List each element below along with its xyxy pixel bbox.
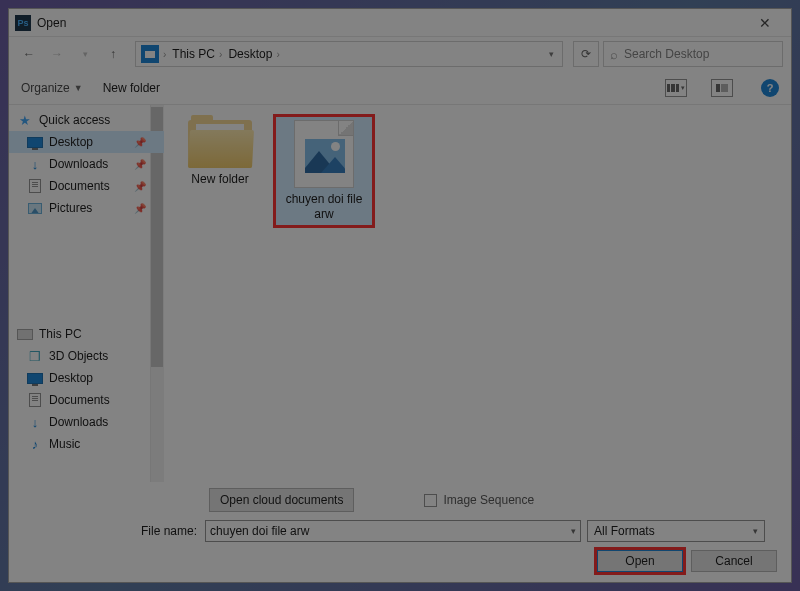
search-icon: ⌕ xyxy=(610,48,618,61)
breadcrumb-dropdown[interactable]: ▾ xyxy=(543,49,560,59)
sidebar-item-downloads2[interactable]: Downloads xyxy=(9,411,164,433)
crumb-thispc[interactable]: This PC xyxy=(169,47,218,61)
search-input[interactable] xyxy=(624,47,776,61)
open-dialog: Ps Open ✕ ← → ▾ ↑ › This PC › Desktop › … xyxy=(8,8,792,583)
image-file-icon xyxy=(294,120,354,188)
breadcrumb[interactable]: › This PC › Desktop › ▾ xyxy=(135,41,563,67)
titlebar: Ps Open ✕ xyxy=(9,9,791,37)
format-select[interactable]: All Formats ▾ xyxy=(587,520,765,542)
document-icon xyxy=(29,179,41,193)
sidebar-item-pictures[interactable]: Pictures📌 xyxy=(9,197,164,219)
image-sequence-checkbox[interactable]: Image Sequence xyxy=(424,493,534,507)
pictures-icon xyxy=(28,203,42,214)
star-icon: ★ xyxy=(17,112,33,128)
toolbar: Organize▼ New folder ? xyxy=(9,71,791,105)
file-label: New folder xyxy=(191,172,248,187)
preview-pane-button[interactable] xyxy=(711,79,733,97)
pc-icon xyxy=(141,45,159,63)
download-icon xyxy=(27,156,43,172)
sidebar-item-music[interactable]: ♪ Music xyxy=(9,433,164,455)
forward-button[interactable]: → xyxy=(45,42,69,66)
folder-icon xyxy=(188,120,252,168)
cancel-button[interactable]: Cancel xyxy=(691,550,777,572)
sidebar-item-desktop[interactable]: Desktop📌 xyxy=(9,131,164,153)
sidebar-quick-access[interactable]: ★ Quick access xyxy=(9,109,164,131)
sidebar-item-documents2[interactable]: Documents xyxy=(9,389,164,411)
file-label: chuyen doi file arw xyxy=(279,192,369,222)
folder-item[interactable]: New folder xyxy=(172,117,268,190)
recent-dropdown[interactable]: ▾ xyxy=(73,42,97,66)
help-button[interactable]: ? xyxy=(761,79,779,97)
new-folder-button[interactable]: New folder xyxy=(103,81,160,95)
open-cloud-button[interactable]: Open cloud documents xyxy=(209,488,354,512)
open-button[interactable]: Open xyxy=(597,550,683,572)
search-box[interactable]: ⌕ xyxy=(603,41,783,67)
back-button[interactable]: ← xyxy=(17,42,41,66)
checkbox-icon xyxy=(424,494,437,507)
desktop-icon xyxy=(27,137,43,148)
sidebar-item-desktop2[interactable]: Desktop xyxy=(9,367,164,389)
file-item-selected[interactable]: chuyen doi file arw xyxy=(276,117,372,225)
up-button[interactable]: ↑ xyxy=(101,42,125,66)
refresh-button[interactable]: ⟳ xyxy=(573,41,599,67)
filename-input[interactable]: chuyen doi file arw ▾ xyxy=(205,520,581,542)
document-icon xyxy=(29,393,41,407)
sidebar-item-documents[interactable]: Documents📌 xyxy=(9,175,164,197)
sidebar: ▴ ★ Quick access Desktop📌 Downloads📌 xyxy=(9,105,164,482)
chevron-right-icon: › xyxy=(162,49,169,60)
dialog-title: Open xyxy=(37,16,745,30)
cube-icon: ❒ xyxy=(27,348,43,364)
desktop-icon xyxy=(27,373,43,384)
close-button[interactable]: ✕ xyxy=(745,9,785,36)
chevron-right-icon: › xyxy=(275,49,282,60)
sidebar-item-downloads[interactable]: Downloads📌 xyxy=(9,153,164,175)
view-mode-button[interactable] xyxy=(665,79,687,97)
photoshop-icon: Ps xyxy=(15,15,31,31)
chevron-down-icon[interactable]: ▾ xyxy=(571,526,576,536)
chevron-right-icon: › xyxy=(218,49,225,60)
navbar: ← → ▾ ↑ › This PC › Desktop › ▾ ⟳ ⌕ xyxy=(9,37,791,71)
filename-label: File name: xyxy=(141,524,199,538)
file-pane[interactable]: New folder chuyen doi file arw xyxy=(164,105,791,482)
download-icon xyxy=(27,414,43,430)
crumb-desktop[interactable]: Desktop xyxy=(225,47,275,61)
organize-menu[interactable]: Organize▼ xyxy=(21,81,83,95)
sidebar-this-pc[interactable]: This PC xyxy=(9,323,164,345)
sidebar-item-3d[interactable]: ❒ 3D Objects xyxy=(9,345,164,367)
chevron-down-icon: ▾ xyxy=(753,526,758,536)
footer: Open cloud documents Image Sequence File… xyxy=(9,482,791,582)
music-icon: ♪ xyxy=(27,436,43,452)
pin-icon: 📌 xyxy=(134,137,146,148)
pc-icon xyxy=(17,329,33,340)
